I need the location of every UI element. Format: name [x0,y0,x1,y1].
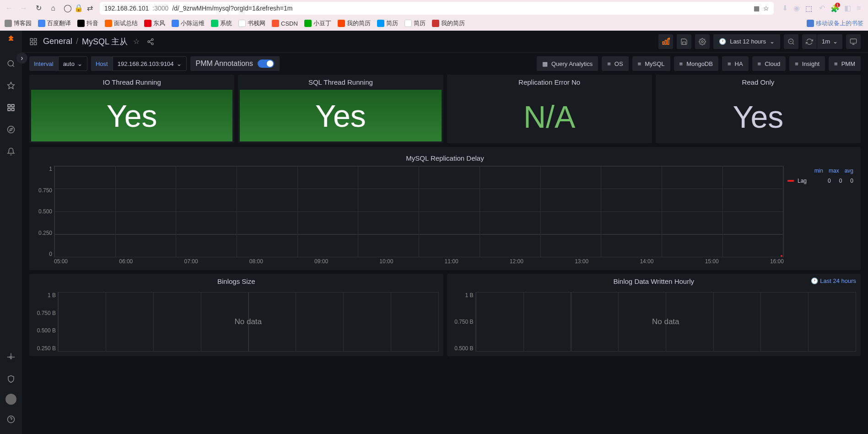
home-button[interactable]: ⌂ [48,3,59,14]
link-mysql[interactable]: ≡MySQL [632,56,670,71]
lock-icon[interactable]: 🔒 [73,3,84,14]
legend-swatch [787,180,794,182]
pmm-toggle[interactable] [258,60,274,68]
bookmark-item[interactable]: 简历 [404,19,426,27]
extension-pinned[interactable]: 🧩1 [830,4,839,12]
settings-button[interactable] [695,34,710,49]
qr-icon[interactable]: ▦ [754,5,760,12]
permissions-icon[interactable]: ⇄ [84,3,95,14]
download-icon[interactable]: ⬇ [782,4,788,12]
refresh-button[interactable] [802,34,817,49]
breadcrumb-folder[interactable]: General [43,37,72,46]
bookmark-item[interactable]: 我的简历 [432,19,465,27]
link-pmm[interactable]: ≡PMM [829,56,861,71]
svg-marker-7 [10,128,12,131]
var-host-select[interactable]: 192.168.26.103:9104⌄ [113,56,187,71]
explore-icon[interactable] [2,120,20,139]
legend-series[interactable]: Lag [798,178,807,184]
chevron-down-icon: ⌄ [770,38,775,45]
panel-title: Binlogs Size [29,274,443,289]
alerting-icon[interactable] [2,142,20,161]
link-icon: ≡ [607,60,611,67]
undo-icon[interactable]: ↶ [819,4,825,12]
bookmark-item[interactable]: 面试总结 [105,19,138,27]
pmm-label: PMM Annotations [196,60,253,68]
svg-rect-5 [12,108,14,111]
back-button[interactable]: ← [4,3,15,14]
var-interval-select[interactable]: auto⌄ [58,56,87,71]
svg-rect-3 [12,104,14,107]
bookmark-item[interactable]: 小豆丁 [304,19,331,27]
chart-plot[interactable]: No data [475,292,857,352]
star-icon[interactable]: ☆ [763,5,769,12]
account-icon[interactable]: ◉ [793,4,800,12]
breadcrumb: General / MySQL 主从 [43,36,128,47]
forward-button[interactable]: → [18,3,29,14]
grafana-logo[interactable] [5,34,17,47]
page-title[interactable]: MySQL 主从 [82,36,128,47]
reload-button[interactable]: ↻ [33,3,44,14]
dashboards-icon[interactable] [29,38,38,46]
extension-icon[interactable]: ⬚ [805,4,814,12]
topbar: General / MySQL 主从 ☆ + 🕐 Last 12 hours ⌄ [22,31,868,53]
shield-icon[interactable]: ◯ [62,3,73,14]
avatar[interactable] [5,394,16,405]
svg-point-6 [8,126,15,133]
main: General / MySQL 主从 ☆ + 🕐 Last 12 hours ⌄ [22,31,868,434]
legend-col[interactable]: avg [845,168,853,174]
link-insight[interactable]: ≡Insight [789,56,825,71]
configuration-icon[interactable] [2,348,20,366]
legend-col[interactable]: max [829,168,839,174]
url-path: /d/_9zrwMHm/mysql?orgId=1&refresh=1m [172,5,292,12]
svg-rect-18 [665,40,667,44]
stat-value: Yes [31,90,232,141]
bookmark-item[interactable]: 小陈运维 [172,19,205,27]
star-icon[interactable] [2,76,20,95]
link-mongodb[interactable]: ≡MongoDB [674,56,718,71]
pmm-annotations: PMM Annotations [190,56,280,71]
share-button[interactable] [147,38,154,45]
zoom-out-button[interactable] [784,34,798,49]
add-panel-button[interactable]: + [658,34,673,49]
link-ha[interactable]: ≡HA [722,56,749,71]
bookmark-item[interactable]: 我的简历 [338,19,371,27]
bookmark-item[interactable]: 抖音 [77,19,98,27]
browser-toolbar: ← → ↻ ⌂ ◯ 🔒 ⇄ 192.168.26.101:3000/d/_9zr… [0,0,868,16]
time-picker[interactable]: 🕐 Last 12 hours ⌄ [713,34,780,49]
stat-value: Yes [656,90,861,143]
bookmark-item[interactable]: 系统 [211,19,232,27]
panel-title: Read Only [656,75,861,90]
bookmark-mobile[interactable]: 移动设备上的书签 [807,19,863,27]
link-query-analytics[interactable]: ▦Query Analytics [537,56,598,71]
tv-mode-button[interactable] [846,34,861,49]
legend-col[interactable]: min [814,168,823,174]
refresh-rate[interactable]: 1m⌄ [817,34,842,49]
help-icon[interactable] [2,410,20,429]
menu-icon[interactable]: ≡ [857,4,861,12]
link-cloud[interactable]: ≡Cloud [752,56,786,71]
bookmark-item[interactable]: 东风 [144,19,165,27]
bookmark-item[interactable]: 博客园 [5,19,32,27]
sidebar-icon[interactable]: ◧ [844,4,851,12]
bookmark-item[interactable]: 简历 [377,19,398,27]
stat-panel: IO Thread RunningYes [29,75,234,143]
dashboards-icon[interactable] [2,98,20,117]
svg-point-15 [148,41,150,43]
bookmark-item[interactable]: 百度翻译 [38,19,71,27]
chart-legend: min max avg Lag 0 0 0 [784,166,857,266]
bookmark-item[interactable]: 书栈网 [238,19,265,27]
sidebar-expand[interactable]: › [16,53,27,64]
link-os[interactable]: ≡OS [602,56,628,71]
favorite-button[interactable]: ☆ [133,37,140,46]
stat-panel: SQL Thread RunningYes [238,75,443,143]
bookmark-item[interactable]: CSDN [272,20,298,27]
chart-plot[interactable]: No data [58,292,439,352]
corner-link[interactable]: 🕐Last 24 hours [811,277,856,284]
svg-rect-17 [663,42,664,44]
data-point [781,255,782,257]
chart-plot[interactable] [54,166,784,257]
url-bar[interactable]: 192.168.26.101:3000/d/_9zrwMHm/mysql?org… [100,2,774,15]
admin-shield-icon[interactable] [2,370,20,388]
svg-rect-11 [34,38,37,41]
save-button[interactable] [677,34,691,49]
